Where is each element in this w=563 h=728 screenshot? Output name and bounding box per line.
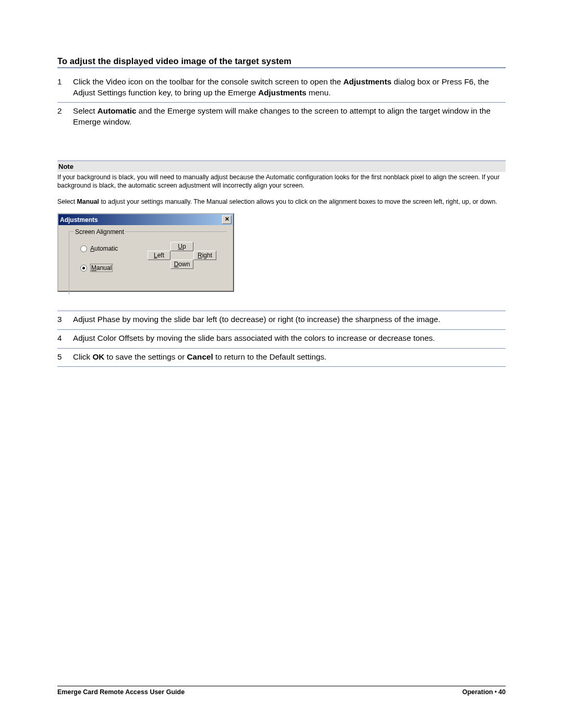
step-text: Select Automatic and the Emerge system w… [73,106,506,127]
footer-doc-title: Emerge Card Remote Access User Guide [57,688,185,696]
step-item: 5 Click OK to save the settings or Cance… [57,349,506,367]
step-item: 4 Adjust Color Offsets by moving the sli… [57,330,506,349]
step-number: 1 [57,77,64,98]
dialog-title: Adjustments [60,216,98,224]
down-button[interactable]: Down [170,260,193,269]
step-item: 1 Click the Video icon on the toolbar fo… [57,73,506,103]
radio-automatic[interactable]: Automatic [80,245,118,252]
note-paragraph: Select Manual to adjust your settings ma… [57,198,506,206]
groupbox-frame [69,231,227,294]
steps-list-a: 1 Click the Video icon on the toolbar fo… [57,73,506,132]
step-number: 4 [57,333,64,344]
section-title: To adjust the displayed video image of t… [57,56,506,68]
note-heading: Note [57,161,506,172]
left-button[interactable]: Left [148,251,170,260]
page-footer: Emerge Card Remote Access User Guide Ope… [57,686,506,696]
step-text: Click OK to save the settings or Cancel … [73,352,506,363]
adjustments-dialog: Adjustments ✕ Screen Alignment Automatic… [57,213,234,292]
close-icon[interactable]: ✕ [222,215,231,224]
footer-page: Operation•40 [462,688,506,696]
radio-icon [80,265,87,272]
up-button[interactable]: Up [170,242,193,251]
radio-manual[interactable]: Manual [80,264,113,272]
step-number: 3 [57,314,64,325]
note-body: If your background is black, you will ne… [57,172,506,206]
step-number: 2 [57,106,64,127]
radio-icon [80,245,87,252]
footer-page-number: 40 [498,688,506,696]
note-paragraph: If your background is black, you will ne… [57,173,506,190]
radio-label: Manual [90,264,113,272]
step-number: 5 [57,352,64,363]
groupbox-label: Screen Alignment [74,228,125,236]
steps-list-b: 3 Adjust Phase by moving the slide bar l… [57,311,506,367]
step-text: Adjust Color Offsets by moving the slide… [73,333,506,344]
footer-section: Operation [462,688,493,696]
step-item: 2 Select Automatic and the Emerge system… [57,103,506,131]
note-box: Note If your background is black, you wi… [57,161,506,206]
dialog-titlebar: Adjustments ✕ [58,214,233,225]
radio-label: Automatic [90,245,118,252]
step-text: Adjust Phase by moving the slide bar lef… [73,314,506,325]
step-text: Click the Video icon on the toolbar for … [73,77,506,98]
right-button[interactable]: Right [193,251,216,260]
step-item: 3 Adjust Phase by moving the slide bar l… [57,311,506,330]
